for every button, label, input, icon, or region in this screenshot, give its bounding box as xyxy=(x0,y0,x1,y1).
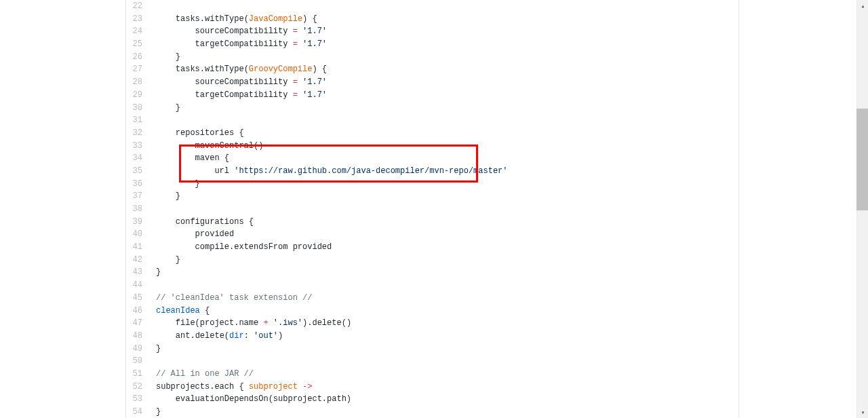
line-number: 37 xyxy=(126,190,149,203)
line-number: 28 xyxy=(126,76,149,89)
line-number: 34 xyxy=(126,152,149,165)
line-number: 31 xyxy=(126,114,149,127)
code-line: 40 provided xyxy=(126,228,738,241)
line-content: repositories { xyxy=(149,127,244,140)
vertical-scrollbar[interactable]: ▴ ▾ xyxy=(856,0,868,418)
line-content: targetCompatibility = '1.7' xyxy=(149,89,327,102)
code-line: 43} xyxy=(126,266,738,279)
line-content: ant.delete(dir: 'out') xyxy=(149,330,283,343)
line-number: 29 xyxy=(126,89,149,102)
line-content: } xyxy=(149,51,180,64)
line-number: 43 xyxy=(126,266,149,279)
code-line: 25 targetCompatibility = '1.7' xyxy=(126,38,738,51)
code-line: 48 ant.delete(dir: 'out') xyxy=(126,330,738,343)
line-number: 24 xyxy=(126,25,149,38)
line-number: 23 xyxy=(126,13,149,26)
code-line: 49} xyxy=(126,343,738,356)
line-number: 52 xyxy=(126,381,149,394)
scroll-thumb[interactable] xyxy=(856,109,868,210)
line-number: 32 xyxy=(126,127,149,140)
line-content: maven { xyxy=(149,152,229,165)
code-line: 26 } xyxy=(126,51,738,64)
code-viewer: 2223 tasks.withType(JavaCompile) {24 sou… xyxy=(125,0,739,418)
code-line: 35 url 'https://raw.github.com/java-deco… xyxy=(126,165,738,178)
line-content: url 'https://raw.github.com/java-decompi… xyxy=(149,165,507,178)
code-line: 39 configurations { xyxy=(126,216,738,229)
line-content: } xyxy=(149,102,180,115)
line-number: 39 xyxy=(126,216,149,229)
line-number: 42 xyxy=(126,254,149,267)
line-number: 22 xyxy=(126,0,149,13)
code-line: 42 } xyxy=(126,254,738,267)
line-content: compile.extendsFrom provided xyxy=(149,241,332,254)
line-content: targetCompatibility = '1.7' xyxy=(149,38,327,51)
code-line: 34 maven { xyxy=(126,152,738,165)
code-line: 22 xyxy=(126,0,738,13)
line-content: } xyxy=(149,178,200,191)
code-line: 31 xyxy=(126,114,738,127)
code-line: 36 } xyxy=(126,178,738,191)
line-content: // 'cleanIdea' task extension // xyxy=(149,292,312,305)
line-number: 54 xyxy=(126,406,149,418)
line-content: cleanIdea { xyxy=(149,305,210,318)
line-content: sourceCompatibility = '1.7' xyxy=(149,25,327,38)
scroll-up-arrow[interactable]: ▴ xyxy=(857,0,868,12)
code-line: 23 tasks.withType(JavaCompile) { xyxy=(126,13,738,26)
line-content: } xyxy=(149,406,161,418)
line-number: 53 xyxy=(126,393,149,406)
line-content: file(project.name + '.iws').delete() xyxy=(149,317,351,330)
line-number: 36 xyxy=(126,178,149,191)
line-number: 38 xyxy=(126,203,149,216)
scroll-down-arrow[interactable]: ▾ xyxy=(857,406,868,418)
line-content: // All in one JAR // xyxy=(149,368,254,381)
code-line: 28 sourceCompatibility = '1.7' xyxy=(126,76,738,89)
code-line: 38 xyxy=(126,203,738,216)
line-number: 48 xyxy=(126,330,149,343)
code-line: 41 compile.extendsFrom provided xyxy=(126,241,738,254)
line-number: 50 xyxy=(126,355,149,368)
line-content: } xyxy=(149,190,180,203)
line-number: 46 xyxy=(126,305,149,318)
code-line: 51// All in one JAR // xyxy=(126,368,738,381)
line-number: 35 xyxy=(126,165,149,178)
line-content: configurations { xyxy=(149,216,254,229)
code-line: 44 xyxy=(126,279,738,292)
code-line: 27 tasks.withType(GroovyCompile) { xyxy=(126,63,738,76)
line-number: 33 xyxy=(126,140,149,153)
line-content: } xyxy=(149,266,161,279)
line-number: 27 xyxy=(126,63,149,76)
code-line: 24 sourceCompatibility = '1.7' xyxy=(126,25,738,38)
line-content: subprojects.each { subproject -> xyxy=(149,381,312,394)
line-content: } xyxy=(149,254,180,267)
code-line: 54} xyxy=(126,406,738,418)
line-content: tasks.withType(JavaCompile) { xyxy=(149,13,317,26)
code-line: 50 xyxy=(126,355,738,368)
line-number: 49 xyxy=(126,343,149,356)
line-number: 41 xyxy=(126,241,149,254)
line-content: evaluationDependsOn(subproject.path) xyxy=(149,393,351,406)
code-line: 29 targetCompatibility = '1.7' xyxy=(126,89,738,102)
line-number: 45 xyxy=(126,292,149,305)
code-line: 46cleanIdea { xyxy=(126,305,738,318)
line-number: 44 xyxy=(126,279,149,292)
code-line: 52subprojects.each { subproject -> xyxy=(126,381,738,394)
line-content: mavenCentral() xyxy=(149,140,263,153)
code-line: 37 } xyxy=(126,190,738,203)
page-wrapper: 2223 tasks.withType(JavaCompile) {24 sou… xyxy=(0,0,868,418)
line-number: 51 xyxy=(126,368,149,381)
code-line: 47 file(project.name + '.iws').delete() xyxy=(126,317,738,330)
code-line: 45// 'cleanIdea' task extension // xyxy=(126,292,738,305)
code-line: 53 evaluationDependsOn(subproject.path) xyxy=(126,393,738,406)
line-content: tasks.withType(GroovyCompile) { xyxy=(149,63,327,76)
line-number: 47 xyxy=(126,317,149,330)
line-content: } xyxy=(149,343,161,356)
line-number: 25 xyxy=(126,38,149,51)
code-line: 33 mavenCentral() xyxy=(126,140,738,153)
line-number: 26 xyxy=(126,51,149,64)
code-line: 30 } xyxy=(126,102,738,115)
line-content: sourceCompatibility = '1.7' xyxy=(149,76,327,89)
line-number: 30 xyxy=(126,102,149,115)
code-line: 32 repositories { xyxy=(126,127,738,140)
line-number: 40 xyxy=(126,228,149,241)
line-content: provided xyxy=(149,228,234,241)
